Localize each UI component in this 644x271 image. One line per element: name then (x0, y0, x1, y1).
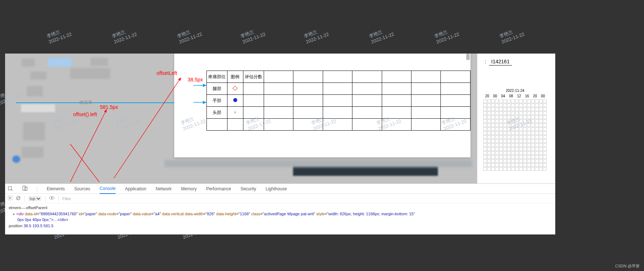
col-blank (352, 71, 382, 83)
col-blank (323, 71, 352, 83)
blur-block (27, 86, 43, 96)
svg-line-1 (70, 110, 106, 182)
log-line: ▸<div data-id="8886944235941760" id="pap… (9, 211, 552, 217)
table-row: 手部 (207, 95, 471, 107)
grid-hours: 2000040812162000 (483, 94, 547, 98)
tab-console[interactable]: Console (100, 186, 116, 194)
tab-elements[interactable]: Elements (47, 186, 65, 191)
svg-line-10 (17, 197, 20, 199)
grid-cells (483, 99, 547, 171)
blur-block (30, 72, 46, 80)
cell-part: 手部 (207, 95, 227, 107)
tab-performance[interactable]: Performance (206, 186, 231, 191)
blur-block (48, 58, 72, 67)
watermark: 李艳兰2022-11-22 (303, 25, 330, 45)
eye-icon[interactable] (49, 196, 55, 201)
separator (37, 186, 37, 192)
blur-block (22, 59, 35, 67)
col-blank (441, 71, 471, 83)
col-score: 评估分数 (243, 71, 264, 83)
expand-triangle-icon[interactable]: ▸ (13, 212, 15, 216)
watermark: 李艳兰2022-11-22 (176, 25, 203, 45)
anno-385: 38.5px (188, 77, 203, 82)
cell-part: 头部 (207, 107, 227, 119)
watermark: 李艳兰2022-11-22 (498, 25, 525, 45)
tab-security[interactable]: Security (241, 186, 256, 191)
log-line: 0px 0px 40px 0px;">…</div> (9, 217, 552, 223)
col-blank (293, 71, 323, 83)
svg-line-2 (70, 144, 99, 182)
console-log: elment----offsetParent ▸<div data-id="88… (5, 203, 555, 230)
tab-sources[interactable]: Sources (74, 186, 90, 191)
filter-input[interactable] (62, 196, 95, 201)
table-row: 腿部 (207, 83, 471, 95)
log-line: position 38.5 193.5 581.5 (9, 223, 552, 229)
watermark: 李艳兰2022-11-22 (239, 25, 266, 45)
tab-network[interactable]: Network (156, 186, 172, 191)
x-mark-icon: × (234, 110, 237, 115)
console-toolbar: top (5, 194, 555, 203)
grid-date: 2022-11-24 (483, 89, 547, 93)
separator (45, 196, 45, 202)
blur-block (70, 68, 110, 79)
devtools-tabs: Elements Sources Console Application Net… (5, 184, 555, 194)
paper-page: 疼痛部位 图例 评估分数 腿部 手部 (174, 54, 471, 157)
table-row (207, 119, 471, 131)
cell-part: 腿部 (207, 83, 227, 95)
col-part: 疼痛部位 (207, 71, 227, 83)
id-colon: : (485, 59, 486, 64)
tab-lighthouse[interactable]: Lighthouse (265, 186, 287, 191)
diamond-outline-icon (233, 86, 238, 91)
blur-block (21, 104, 55, 112)
log-line: elment----offsetParent (9, 205, 552, 211)
blur-block (164, 160, 472, 167)
svg-rect-6 (23, 186, 26, 190)
right-header: : I142161 (485, 59, 512, 64)
watermark: 李艳兰2022-11-22 (46, 25, 72, 45)
watermark: 李艳兰2022-11-22 (111, 25, 138, 45)
cell-legend: × (227, 107, 243, 119)
context-select[interactable]: top (28, 196, 41, 201)
tab-memory[interactable]: Memory (181, 186, 197, 191)
col-blank (411, 71, 440, 83)
dot-solid-icon (233, 98, 237, 102)
watermark: 李艳兰2022-11-22 (433, 25, 460, 45)
small-label: 体温单 (79, 99, 92, 106)
right-panel: : I142161 2022-11-24 2000040812162000 (477, 54, 555, 184)
separator (58, 196, 59, 202)
play-icon[interactable] (8, 196, 12, 201)
col-blank (382, 71, 411, 83)
devtools-panel: Elements Sources Console Application Net… (5, 183, 555, 234)
blur-block (12, 156, 20, 163)
clear-icon[interactable] (16, 196, 21, 202)
anno-5815: 581.5px (100, 104, 118, 110)
device-icon[interactable] (22, 186, 28, 192)
time-grid: 2022-11-24 2000040812162000 (483, 89, 547, 171)
blur-block (22, 147, 43, 158)
col-legend: 图例 (227, 71, 243, 83)
tab-application[interactable]: Application (125, 186, 146, 191)
table-row: 头部 × (207, 107, 471, 119)
cell-legend (227, 83, 243, 95)
scrollbar-vertical[interactable] (466, 54, 470, 60)
inspect-icon[interactable] (8, 186, 13, 191)
watermark: 李艳兰2022-11-22 (368, 25, 395, 45)
blur-block (91, 58, 108, 66)
svg-point-12 (51, 197, 53, 199)
footer-watermark: CSDN @琴箫 (615, 263, 640, 269)
id-value: I142161 (489, 59, 512, 65)
blur-block (23, 122, 45, 140)
anno-offset-left: offset().left (73, 111, 97, 117)
anno-offsetleft: offsetLeft (156, 70, 177, 76)
col-blank (264, 71, 293, 83)
table-header-row: 疼痛部位 图例 评估分数 (207, 71, 471, 83)
separator (24, 196, 25, 202)
pain-table: 疼痛部位 图例 评估分数 腿部 手部 (206, 71, 471, 131)
cell-legend (227, 95, 243, 107)
